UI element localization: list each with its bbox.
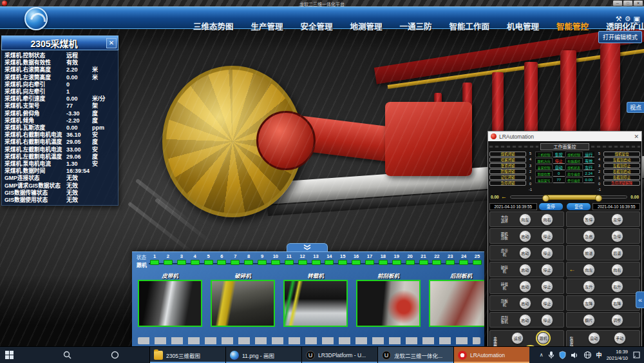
maximize-button[interactable]: □ xyxy=(623,1,632,6)
viewpoint-tab[interactable]: 视点 xyxy=(627,102,644,113)
control-button[interactable]: 后退 xyxy=(611,247,623,259)
close-icon[interactable]: ✕ xyxy=(634,133,639,140)
control-button[interactable]: 停止 xyxy=(541,247,553,259)
control-button[interactable]: 总停 xyxy=(611,213,623,226)
control-button[interactable]: 停止 xyxy=(541,314,553,326)
nav-item[interactable]: 地测管理 xyxy=(350,20,383,32)
security-shield-icon[interactable] xyxy=(559,351,566,359)
channel-indicator[interactable]: 9 xyxy=(256,253,268,265)
channel-indicator[interactable]: 2 xyxy=(162,253,174,265)
control-button[interactable]: 左升 xyxy=(583,280,595,293)
channel-indicator[interactable]: 15 xyxy=(337,253,348,265)
control-button[interactable]: 停止 xyxy=(541,297,553,309)
nav-item[interactable]: 智能工作面 xyxy=(450,20,490,32)
channel-indicator[interactable]: 12 xyxy=(297,253,308,265)
channel-indicator[interactable]: 10 xyxy=(270,253,281,265)
cutter-button[interactable]: 左截割停止 xyxy=(603,163,640,168)
interlock-button[interactable]: 喷雾闭锁 xyxy=(489,157,526,162)
taskbar-app[interactable]: LRAutomation xyxy=(453,347,529,363)
nav-item[interactable]: 三维态势图 xyxy=(193,20,234,32)
reset-button[interactable]: 复位 xyxy=(567,203,591,210)
fullscreen-icon[interactable]: ▣ xyxy=(634,15,640,23)
speaker-icon[interactable] xyxy=(571,351,579,359)
nav-item[interactable]: 机电管理 xyxy=(507,20,539,32)
camera-feed[interactable]: 后刮板机 xyxy=(429,271,484,327)
control-button[interactable]: 自动 xyxy=(588,332,600,344)
control-button[interactable]: 启动 xyxy=(519,297,531,309)
control-button[interactable]: 停止 xyxy=(541,264,553,276)
notification-center-icon[interactable] xyxy=(632,351,641,359)
nav-item[interactable]: 生产管理 xyxy=(251,20,283,32)
channel-indicator[interactable]: 24 xyxy=(458,253,469,265)
channel-indicator[interactable]: 11 xyxy=(283,253,295,265)
taskbar-app[interactable]: LR3DPlatform - U... xyxy=(301,347,377,363)
control-button[interactable]: 前进 xyxy=(583,247,595,259)
control-button[interactable]: 停止 xyxy=(541,280,553,293)
camera-image[interactable] xyxy=(138,280,202,327)
search-button[interactable] xyxy=(58,347,76,363)
channel-indicator[interactable]: 8 xyxy=(243,253,254,265)
channel-indicator[interactable]: 4 xyxy=(189,253,201,265)
channel-indicator[interactable]: 19 xyxy=(391,253,402,265)
channel-indicator[interactable]: 13 xyxy=(310,253,322,265)
network-globe-icon[interactable] xyxy=(583,351,592,359)
gear-icon[interactable]: ⚙ xyxy=(625,15,631,23)
channel-indicator[interactable]: 20 xyxy=(404,253,416,265)
interlock-button[interactable]: 防撞闭锁 xyxy=(489,169,526,174)
control-button[interactable]: 停止 xyxy=(541,230,553,242)
close-icon[interactable]: ✕ xyxy=(106,38,117,48)
control-button[interactable]: 调整 xyxy=(611,314,623,326)
microphone-icon[interactable] xyxy=(548,351,554,359)
camera-image[interactable] xyxy=(356,280,421,327)
clock[interactable]: 16:39 2021/4/10 xyxy=(607,349,628,362)
channel-indicator[interactable]: 7 xyxy=(229,253,241,265)
thumbnail-film-strip[interactable] xyxy=(138,337,480,344)
cutter-button[interactable]: 右截割停止 xyxy=(603,175,640,180)
control-button[interactable]: 手动 xyxy=(614,332,626,344)
panel-expander-tab[interactable]: « xyxy=(636,291,644,308)
camera-image[interactable] xyxy=(283,280,348,327)
channel-indicator[interactable]: 22 xyxy=(431,253,442,265)
control-button[interactable]: 向左 xyxy=(583,264,595,276)
channel-indicator[interactable]: 21 xyxy=(418,253,430,265)
close-button[interactable]: ✕ xyxy=(634,1,643,6)
channel-indicator[interactable]: 5 xyxy=(203,253,214,265)
channel-indicator[interactable]: 17 xyxy=(364,253,375,265)
task-view-button[interactable] xyxy=(106,347,124,363)
workface-control-tab[interactable]: 工作面集控 xyxy=(540,143,589,150)
nav-item[interactable]: 一通三防 xyxy=(400,20,432,32)
tools-icon[interactable]: ⚒ xyxy=(616,15,622,23)
control-button[interactable]: 向右 xyxy=(541,213,553,226)
minimize-button[interactable]: ─ xyxy=(613,1,622,6)
control-button[interactable]: 启动 xyxy=(519,230,531,242)
control-button[interactable]: 遥控 xyxy=(511,332,524,344)
control-button[interactable]: 急启 xyxy=(583,230,595,242)
control-button[interactable]: 右降 xyxy=(611,297,623,309)
taskbar-app[interactable]: 龙软二三维一体化... xyxy=(377,347,453,363)
channel-indicator[interactable]: 1 xyxy=(149,253,160,265)
channel-indicator[interactable]: 14 xyxy=(323,253,335,265)
chevron-up-icon[interactable]: ∧ xyxy=(540,352,544,358)
channel-indicator[interactable]: 25 xyxy=(471,253,483,265)
collapse-panel-button[interactable] xyxy=(287,243,328,251)
control-button[interactable]: 暂停 xyxy=(583,213,595,226)
control-button[interactable]: 右升 xyxy=(611,280,623,293)
camera-image[interactable] xyxy=(211,280,275,327)
interlock-button[interactable]: 张紧闭锁 xyxy=(489,163,526,168)
channel-indicator[interactable]: 16 xyxy=(350,253,362,265)
cutter-button[interactable]: 右截割启动 xyxy=(603,169,640,174)
start-button[interactable] xyxy=(0,347,18,363)
control-button[interactable]: 跟机 xyxy=(537,332,549,344)
control-button[interactable]: 急停 xyxy=(611,230,623,242)
interlock-button[interactable]: 煤机闭锁 xyxy=(489,152,526,157)
camera-feed[interactable]: 皮带机 xyxy=(138,271,202,327)
camera-feed[interactable]: 前刮板机 xyxy=(356,271,421,327)
control-button[interactable]: 启动 xyxy=(519,264,531,276)
camera-image[interactable] xyxy=(429,280,484,327)
cutter-button[interactable]: 煤机复位 xyxy=(603,152,640,157)
interlock-button[interactable]: 急停闭锁 xyxy=(489,181,526,186)
nav-item[interactable]: 安全管理 xyxy=(301,20,333,32)
taskbar-app[interactable]: 2305三维截图 xyxy=(149,347,225,363)
ime-indicator[interactable]: 中 xyxy=(596,351,602,359)
control-button[interactable]: 向右 xyxy=(611,264,623,276)
